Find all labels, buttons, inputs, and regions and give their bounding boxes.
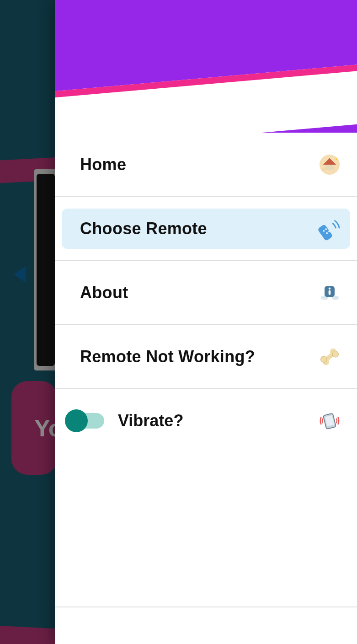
drawer-bottom-divider bbox=[55, 606, 357, 607]
home-icon bbox=[318, 153, 341, 176]
menu-item-choose-remote[interactable]: Choose Remote bbox=[55, 197, 357, 261]
menu-item-remote-not-working[interactable]: Remote Not Working? bbox=[55, 325, 357, 389]
bone-icon bbox=[318, 345, 341, 368]
menu-item-home[interactable]: Home bbox=[55, 133, 357, 197]
menu-label-remote-not-working: Remote Not Working? bbox=[80, 347, 255, 366]
svg-point-7 bbox=[326, 232, 328, 234]
remote-icon bbox=[318, 217, 341, 240]
drawer-header bbox=[55, 0, 357, 133]
svg-point-8 bbox=[328, 230, 330, 232]
svg-point-6 bbox=[325, 228, 327, 230]
svg-rect-13 bbox=[329, 290, 331, 295]
app-viewport: Yo Home bbox=[0, 0, 357, 644]
menu-item-about[interactable]: About bbox=[55, 261, 357, 325]
toggle-knob bbox=[65, 409, 88, 432]
vibrate-toggle[interactable] bbox=[69, 413, 104, 429]
menu-label-home: Home bbox=[80, 155, 126, 174]
drawer-menu: Home Choose Remote bbox=[55, 133, 357, 644]
menu-label-about: About bbox=[80, 283, 128, 302]
svg-rect-1 bbox=[325, 165, 334, 170]
info-icon bbox=[318, 281, 341, 304]
menu-label-vibrate: Vibrate? bbox=[118, 411, 183, 430]
menu-item-vibrate: Vibrate? bbox=[55, 389, 357, 453]
menu-label-choose-remote: Choose Remote bbox=[80, 219, 207, 238]
svg-point-12 bbox=[329, 287, 331, 290]
svg-point-2 bbox=[336, 158, 337, 160]
navigation-drawer: Home Choose Remote bbox=[55, 0, 357, 644]
svg-point-3 bbox=[323, 168, 324, 170]
vibrate-icon bbox=[318, 409, 341, 432]
svg-rect-4 bbox=[318, 224, 333, 240]
svg-point-5 bbox=[323, 230, 325, 231]
